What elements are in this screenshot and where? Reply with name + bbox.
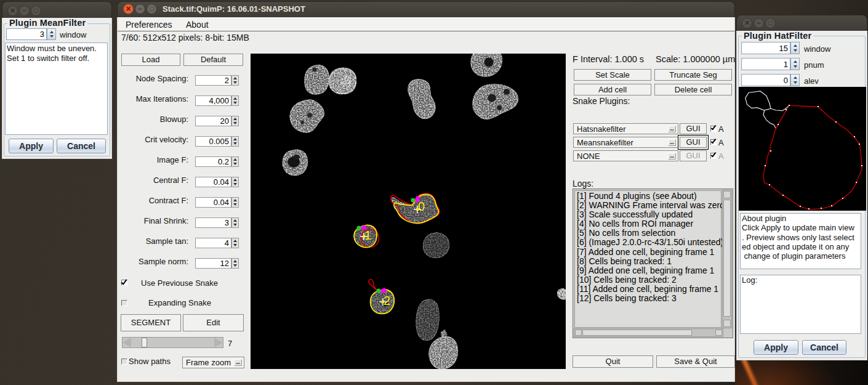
svg-text:0: 0 <box>418 200 425 213</box>
svg-text:1: 1 <box>364 229 371 242</box>
svg-text:2: 2 <box>384 294 390 307</box>
